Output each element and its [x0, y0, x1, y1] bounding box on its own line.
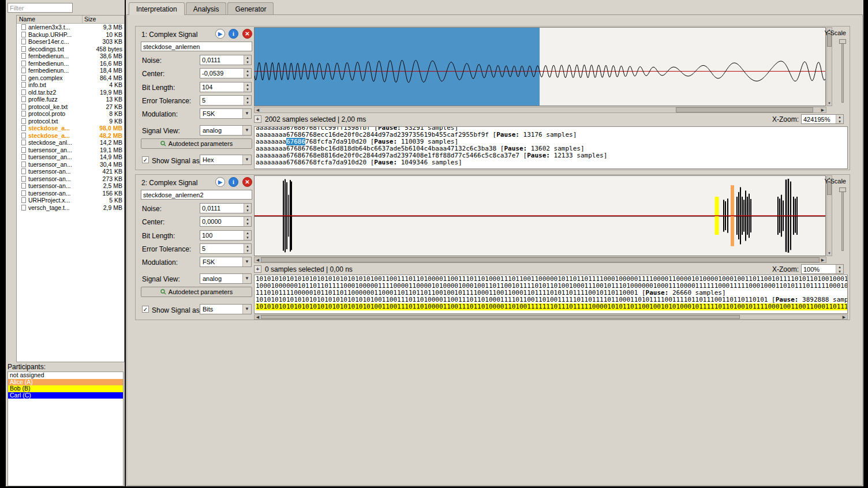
participant-row[interactable]: Bob (B) — [8, 385, 123, 392]
file-row[interactable]: steckdose_a...98,0 MB — [17, 125, 124, 132]
spinner-buttons[interactable]: ▲▼ — [244, 244, 251, 253]
play-button[interactable]: ▶ — [215, 29, 225, 39]
scroll-left-icon[interactable]: ◀ — [255, 107, 261, 112]
message-horizontal-scrollbar[interactable]: ◀ ▶ — [254, 314, 848, 320]
file-row[interactable]: decodings.txt458 bytes — [17, 46, 124, 53]
spinner-buttons[interactable]: ▲▼ — [244, 69, 251, 78]
spin-down-icon[interactable]: ▼ — [244, 222, 251, 226]
message-row[interactable]: aaaaaaaa67686768fcfa7da910d20 [Pause: 10… — [256, 159, 846, 166]
info-button[interactable]: i — [229, 29, 238, 39]
xzoom-spinbox[interactable]: 100% ▲▼ — [801, 264, 844, 274]
column-header-size[interactable]: Size — [83, 16, 124, 23]
show-signal-as-checkbox[interactable]: ✓ — [142, 156, 149, 163]
xzoom-spinbox[interactable]: 424195% ▲▼ — [801, 114, 844, 124]
spinner-buttons[interactable]: ▲▼ — [244, 82, 251, 92]
scrollbar-handle[interactable] — [261, 257, 820, 262]
bit-length-spinbox[interactable]: 104 ▲▼ — [200, 82, 252, 92]
spinner-buttons[interactable]: ▲▼ — [244, 96, 251, 105]
yscale-slider[interactable] — [841, 187, 844, 251]
spin-down-icon[interactable]: ▼ — [244, 73, 251, 78]
noise-spinbox[interactable]: 0,0111 ▲▼ — [200, 55, 252, 65]
file-row[interactable]: Boeser14er.c...303 KB — [17, 38, 124, 46]
file-row[interactable]: gen.complex86,4 MB — [17, 74, 124, 82]
file-row[interactable]: tuersensor_an...30,4 MB — [17, 161, 124, 168]
spinner-buttons[interactable]: ▲▼ — [244, 217, 251, 226]
spin-up-icon[interactable]: ▲ — [244, 231, 251, 235]
spinner-buttons[interactable]: ▲▼ — [836, 115, 843, 123]
file-row[interactable]: protocol.txt9 KB — [17, 118, 124, 125]
scrollbar-handle[interactable] — [261, 315, 740, 319]
file-row[interactable]: tuersensor_an...19,1 MB — [17, 147, 124, 154]
spin-up-icon[interactable]: ▲ — [836, 115, 843, 119]
participant-row[interactable]: not assigned — [8, 372, 123, 379]
center-spinbox[interactable]: -0,0539 ▲▼ — [200, 68, 252, 78]
file-row[interactable]: fernbedienun...16,6 MB — [17, 60, 124, 67]
waveform-vertical-scrollbar[interactable]: ▲ ▼ — [826, 175, 832, 256]
signal-view-select[interactable]: analog ▼ — [200, 273, 252, 284]
yscale-slider-handle[interactable] — [839, 187, 846, 192]
tab-generator[interactable]: Generator — [227, 2, 274, 15]
file-row[interactable]: info.txt4 KB — [17, 81, 124, 89]
scroll-right-icon[interactable]: ▶ — [820, 257, 826, 262]
close-signal-button[interactable]: ✕ — [242, 29, 252, 39]
spin-up-icon[interactable]: ▲ — [244, 204, 251, 208]
error-tolerance-spinbox[interactable]: 5 ▲▼ — [200, 243, 252, 254]
file-row[interactable]: protocol.proto8 KB — [17, 110, 124, 118]
bits-message-view[interactable]: 1010101010101010101010101010101001100111… — [254, 275, 848, 314]
file-row[interactable]: tuersensor_an...14,9 MB — [17, 153, 124, 161]
signal-waveform-view[interactable] — [254, 27, 826, 106]
spin-down-icon[interactable]: ▼ — [244, 87, 251, 92]
spin-up-icon[interactable]: ▲ — [244, 55, 251, 60]
spin-up-icon[interactable]: ▲ — [244, 69, 251, 73]
file-row[interactable]: tuersensor-an...273 KB — [17, 175, 124, 183]
yscale-slider-handle[interactable] — [839, 39, 846, 44]
file-row[interactable]: Backup.URHP...10 KB — [17, 31, 124, 39]
bit-length-spinbox[interactable]: 100 ▲▼ — [200, 230, 252, 241]
error-tolerance-spinbox[interactable]: 5 ▲▼ — [200, 95, 252, 106]
spin-down-icon[interactable]: ▼ — [836, 119, 843, 124]
spin-down-icon[interactable]: ▼ — [244, 235, 251, 240]
spin-down-icon[interactable]: ▼ — [836, 269, 843, 274]
waveform-horizontal-scrollbar[interactable]: ◀ ▶ — [254, 107, 826, 113]
file-row[interactable]: steckdose_anl...14,2 MB — [17, 139, 124, 147]
file-row[interactable]: versch_tage.t...2,9 MB — [17, 204, 124, 212]
add-button[interactable]: + — [254, 115, 261, 123]
file-row[interactable]: tuersensor-an...156 KB — [17, 190, 124, 197]
close-signal-button[interactable]: ✕ — [242, 177, 252, 187]
tab-analysis[interactable]: Analysis — [186, 2, 227, 15]
waveform-vertical-scrollbar[interactable]: ▲ ▼ — [826, 27, 832, 106]
spinner-buttons[interactable]: ▲▼ — [244, 204, 251, 213]
filter-input[interactable] — [8, 3, 73, 13]
scrollbar-handle[interactable] — [676, 107, 813, 112]
play-button[interactable]: ▶ — [215, 177, 225, 187]
spin-down-icon[interactable]: ▼ — [244, 60, 251, 65]
hex-message-view[interactable]: aaaaaaaa67686768fcc99ff1598fbf [Pause: 5… — [254, 126, 848, 169]
spin-down-icon[interactable]: ▼ — [244, 208, 251, 213]
spin-down-icon[interactable]: ▼ — [244, 100, 251, 105]
signal-waveform-view[interactable] — [254, 175, 826, 256]
autodetect-button[interactable]: Autodetect parameters — [141, 287, 252, 297]
signal-view-select[interactable]: analog ▼ — [200, 125, 252, 136]
spin-up-icon[interactable]: ▲ — [244, 217, 251, 222]
autodetect-button[interactable]: Autodetect parameters — [141, 138, 252, 149]
scroll-left-icon[interactable]: ◀ — [255, 257, 261, 262]
info-button[interactable]: i — [229, 177, 238, 187]
scroll-right-icon[interactable]: ▶ — [841, 315, 847, 319]
signal-name-input[interactable] — [141, 190, 252, 200]
file-row[interactable]: tuersensor-an...421 KB — [17, 168, 124, 175]
modulation-select[interactable]: FSK ▼ — [200, 257, 252, 267]
spinner-buttons[interactable]: ▲▼ — [244, 231, 251, 240]
noise-spinbox[interactable]: 0,0111 ▲▼ — [200, 203, 252, 213]
add-button[interactable]: + — [254, 265, 261, 273]
show-signal-as-checkbox[interactable]: ✓ — [142, 306, 149, 313]
signal-name-input[interactable] — [141, 42, 252, 51]
file-row[interactable]: anlernen3x3.t...9,3 MB — [17, 24, 124, 31]
show-signal-as-select[interactable]: Hex ▼ — [200, 155, 252, 165]
show-signal-as-select[interactable]: Bits ▼ — [200, 304, 252, 314]
file-row[interactable]: protocol_ke.txt27 KB — [17, 103, 124, 111]
file-row[interactable]: fernbedienun...18,4 MB — [17, 67, 124, 74]
spinner-buttons[interactable]: ▲▼ — [836, 265, 843, 273]
scroll-down-icon[interactable]: ▼ — [827, 101, 832, 106]
spinner-buttons[interactable]: ▲▼ — [244, 55, 251, 65]
file-row[interactable]: tuersensor-an...2,5 MB — [17, 182, 124, 190]
